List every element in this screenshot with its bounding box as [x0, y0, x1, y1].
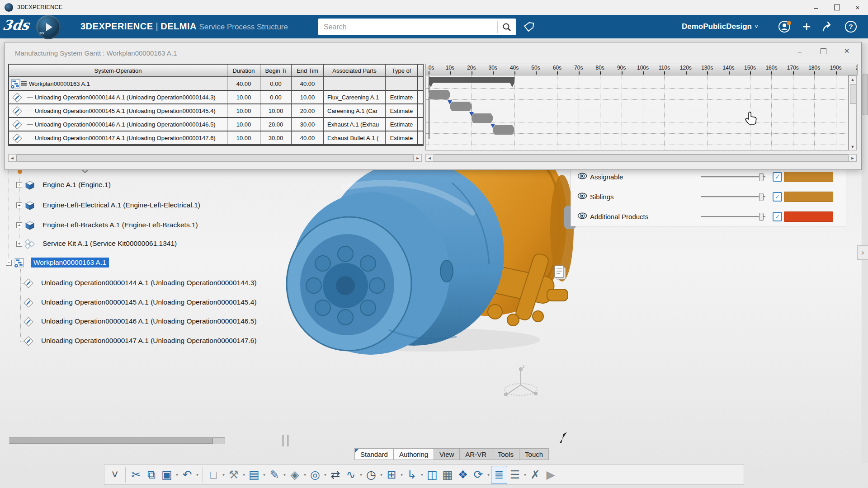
- tree-item-label[interactable]: Workplan00000163 A.1: [31, 258, 109, 267]
- doc-tools-icon[interactable]: ✗: [528, 466, 543, 483]
- user-avatar-icon[interactable]: [777, 19, 793, 35]
- tree-item-label[interactable]: Engine-Left-Electrical A.1 (Engine-Left-…: [42, 201, 200, 209]
- scroll-left-icon[interactable]: ◄: [426, 155, 433, 161]
- column-header[interactable]: Duration: [227, 65, 260, 76]
- expand-icon[interactable]: +: [16, 241, 22, 247]
- share-icon[interactable]: [820, 19, 836, 35]
- opacity-slider[interactable]: [701, 193, 765, 200]
- window-maximize-button[interactable]: [826, 0, 847, 14]
- list-view-icon[interactable]: ≣: [491, 466, 507, 484]
- tree-item-label[interactable]: Unloading Operation00000147 A.1 (Unloadi…: [41, 337, 257, 345]
- tree-item[interactable]: +Engine A.1 (Engine.1): [0, 179, 344, 191]
- tree-item-label[interactable]: Service Kit A.1 (Service Kit00000061.134…: [42, 239, 177, 248]
- table-row[interactable]: Workplan00000163 A.140.000.0040.00: [9, 77, 423, 91]
- tab-arvr[interactable]: AR-VR: [460, 448, 492, 460]
- tree-item-label[interactable]: Engine-Left-Brackets A.1 (Engine-Left-Br…: [42, 221, 198, 229]
- expand-icon[interactable]: +: [16, 182, 22, 188]
- slider-handle[interactable]: [212, 438, 225, 444]
- copy-icon[interactable]: ⧉: [144, 466, 159, 483]
- tree-item[interactable]: Unloading Operation00000147 A.1 (Unloadi…: [0, 335, 344, 347]
- dropdown-caret-icon[interactable]: ▾: [175, 472, 179, 477]
- compass-icon[interactable]: 3D: [36, 15, 61, 39]
- dialog-minimize-button[interactable]: –: [788, 44, 811, 58]
- scroll-up-icon[interactable]: ▲: [849, 76, 856, 83]
- dropdown-caret-icon[interactable]: ▾: [399, 472, 404, 477]
- column-header[interactable]: Type of: [386, 65, 418, 76]
- tab-touch[interactable]: Touch: [519, 448, 549, 460]
- dialog-maximize-button[interactable]: [811, 44, 835, 58]
- visibility-checkbox[interactable]: ✓: [773, 212, 782, 221]
- overlap-circles-icon[interactable]: ◎: [307, 466, 323, 483]
- sync-icon[interactable]: ⟳: [471, 466, 486, 483]
- tree-item[interactable]: −Workplan00000163 A.1: [0, 257, 344, 269]
- table-row[interactable]: Unloading Operation00000144 A.1 (Unloadi…: [9, 91, 423, 104]
- diamond-grid-icon[interactable]: ◈: [287, 466, 302, 483]
- column-header[interactable]: Associated Parts: [324, 65, 386, 76]
- gantt-task-bar[interactable]: [472, 113, 493, 123]
- gantt-chart-area[interactable]: [425, 75, 849, 150]
- scroll-left-icon[interactable]: ◄: [9, 155, 16, 161]
- tree-item-label[interactable]: Unloading Operation00000146 A.1 (Unloadi…: [41, 317, 257, 325]
- operation-pencil-icon[interactable]: ✎: [267, 466, 282, 483]
- dropdown-caret-icon[interactable]: ▾: [523, 472, 528, 477]
- tree-item-label[interactable]: Engine A.1 (Engine.1): [42, 181, 111, 189]
- form-boxes-icon[interactable]: ⊞: [384, 466, 399, 483]
- table-row[interactable]: Unloading Operation00000146 A.1 (Unloadi…: [9, 118, 423, 131]
- tree-item[interactable]: +Service Kit A.1 (Service Kit00000061.13…: [0, 238, 344, 250]
- collapse-icon[interactable]: −: [6, 260, 12, 266]
- scrollbar-thumb[interactable]: [434, 155, 849, 161]
- gantt-summary-bar[interactable]: [429, 77, 514, 83]
- panel-expand-tab[interactable]: ›: [857, 245, 868, 260]
- toolbar-more-icon[interactable]: ▶: [543, 466, 558, 483]
- window-close-button[interactable]: ×: [847, 0, 868, 14]
- context-note-icon[interactable]: [554, 265, 567, 281]
- scrollbar-thumb[interactable]: [850, 84, 856, 104]
- cube-icon[interactable]: □: [206, 466, 221, 483]
- scroll-down-icon[interactable]: ▼: [849, 143, 856, 150]
- tab-tools[interactable]: Tools: [492, 448, 519, 460]
- cube-3d-icon[interactable]: ❖: [455, 466, 471, 483]
- color-swatch[interactable]: [784, 192, 833, 202]
- visibility-checkbox[interactable]: ✓: [773, 172, 782, 182]
- spline-icon[interactable]: ∿: [343, 466, 359, 483]
- tab-view[interactable]: View: [434, 448, 460, 460]
- tree-item[interactable]: Unloading Operation00000145 A.1 (Unloadi…: [0, 297, 344, 309]
- slider-handle[interactable]: [759, 193, 764, 201]
- eye-icon[interactable]: [577, 192, 587, 201]
- dropdown-caret-icon[interactable]: ▾: [420, 472, 425, 477]
- scrollbar-thumb[interactable]: [16, 155, 414, 161]
- tree-item[interactable]: Unloading Operation00000144 A.1 (Unloadi…: [0, 277, 344, 289]
- dropdown-caret-icon[interactable]: ▾: [221, 472, 226, 477]
- paste-icon[interactable]: ▣: [159, 466, 175, 483]
- search-icon[interactable]: [498, 23, 516, 32]
- column-header[interactable]: Begin Ti: [260, 65, 292, 76]
- splitter-handle-icon[interactable]: [283, 435, 288, 446]
- visibility-checkbox[interactable]: ✓: [773, 192, 782, 202]
- scroll-right-icon[interactable]: ►: [414, 155, 421, 161]
- gantt-horizontal-scrollbar[interactable]: ◄►: [425, 154, 857, 162]
- dropdown-caret-icon[interactable]: ▾: [379, 472, 384, 477]
- color-swatch[interactable]: [784, 211, 833, 222]
- cut-icon[interactable]: ✂: [128, 466, 144, 483]
- 3ds-logo-icon[interactable]: 3ds: [2, 17, 31, 33]
- gantt-vertical-scrollbar[interactable]: ▲▼: [849, 75, 857, 150]
- column-header[interactable]: End Tim: [292, 65, 324, 76]
- add-button[interactable]: +: [798, 19, 815, 35]
- window-minimize-button[interactable]: –: [806, 0, 826, 14]
- right-scrollbar-thumb[interactable]: [863, 74, 868, 115]
- dropdown-caret-icon[interactable]: ▾: [241, 472, 246, 477]
- dropdown-caret-icon[interactable]: ▾: [282, 472, 287, 477]
- measure-roller-icon[interactable]: ⚒: [226, 466, 241, 483]
- align-boxes-icon[interactable]: ◫: [425, 466, 440, 483]
- tag-icon[interactable]: [523, 21, 535, 35]
- scroll-right-icon[interactable]: ►: [849, 155, 856, 161]
- help-icon[interactable]: ?: [843, 19, 859, 35]
- view-zoom-slider[interactable]: [9, 437, 225, 444]
- tree-item[interactable]: +Engine-Left-Electrical A.1 (Engine-Left…: [0, 200, 344, 211]
- workplan-gantt-icon[interactable]: ▤: [246, 466, 262, 483]
- tab-authoring[interactable]: Authoring: [394, 448, 434, 460]
- tree-item[interactable]: +Engine-Left-Brackets A.1 (Engine-Left-B…: [0, 220, 344, 231]
- toolbar-collapse-icon[interactable]: ˅: [107, 466, 123, 483]
- sheet-table-icon[interactable]: ▦: [440, 466, 455, 483]
- tree-item[interactable]: Unloading Operation00000146 A.1 (Unloadi…: [0, 316, 344, 328]
